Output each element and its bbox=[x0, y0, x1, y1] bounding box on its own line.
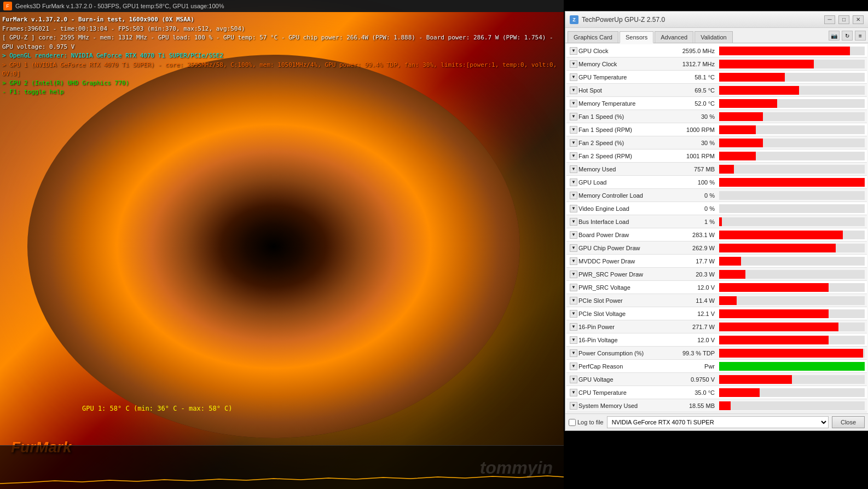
sensor-dropdown-btn[interactable]: ▼ bbox=[570, 113, 577, 120]
furmark-line7: - F1: toggle help bbox=[2, 88, 564, 97]
sensor-dropdown-btn[interactable]: ▼ bbox=[570, 179, 577, 186]
sensor-value: Pwr bbox=[670, 363, 717, 370]
furmark-line5: > GPU 1 (NVIDIA GeForce RTX 4070 Ti SUPE… bbox=[2, 61, 564, 79]
gpuz-tabs: Graphics Card Sensors Advanced Validatio… bbox=[565, 28, 868, 43]
sensor-dropdown-btn[interactable]: ▼ bbox=[570, 271, 577, 278]
sensor-row: ▼Memory Temperature52.0 °C bbox=[566, 97, 867, 110]
sensor-name: ▼GPU Temperature bbox=[566, 73, 670, 81]
gpuz-close-button[interactable]: Close bbox=[832, 416, 865, 428]
sensor-name: ▼16-Pin Power bbox=[566, 323, 670, 331]
gpuz-title-icon: Z bbox=[570, 15, 578, 24]
gpuz-log-checkbox[interactable] bbox=[569, 419, 576, 426]
gpuz-minimize-btn[interactable]: ─ bbox=[824, 15, 835, 24]
sensor-value: 2595.0 MHz bbox=[670, 48, 717, 54]
sensor-dropdown-btn[interactable]: ▼ bbox=[570, 323, 577, 331]
sensor-bar bbox=[719, 125, 756, 134]
sensor-name: ▼GPU Chip Power Draw bbox=[566, 244, 670, 252]
sensor-row: ▼Bus Interface Load1 % bbox=[566, 215, 867, 228]
camera-icon[interactable]: 📷 bbox=[829, 31, 840, 41]
sensor-bar bbox=[719, 73, 785, 82]
sensor-dropdown-btn[interactable]: ▼ bbox=[570, 376, 577, 383]
sensor-row: ▼PCIe Slot Voltage12.1 V bbox=[566, 307, 867, 320]
sensor-dropdown-btn[interactable]: ▼ bbox=[570, 126, 577, 134]
sensor-value: 1312.7 MHz bbox=[670, 61, 717, 67]
sensor-row: ▼GPU Load100 % bbox=[566, 176, 867, 189]
sensor-dropdown-btn[interactable]: ▼ bbox=[570, 349, 577, 357]
sensor-value: 12.1 V bbox=[670, 310, 717, 317]
sensor-name: ▼Fan 2 Speed (RPM) bbox=[566, 152, 670, 160]
sensor-dropdown-btn[interactable]: ▼ bbox=[570, 73, 577, 81]
sensor-bar bbox=[719, 296, 737, 305]
sensor-value: 11.4 W bbox=[670, 297, 717, 304]
sensor-bar-container bbox=[719, 349, 865, 358]
gpuz-log-checkbox-area[interactable]: Log to file bbox=[569, 419, 604, 426]
furmark-line1: FurMark v.1.37.2.0 - Burn-in test, 1600x… bbox=[2, 15, 564, 25]
sensor-dropdown-btn[interactable]: ▼ bbox=[570, 284, 577, 291]
sensor-value: 69.5 °C bbox=[670, 87, 717, 94]
sensor-dropdown-btn[interactable]: ▼ bbox=[570, 257, 577, 265]
sensor-dropdown-btn[interactable]: ▼ bbox=[570, 218, 577, 226]
gpuz-close-btn-title[interactable]: ✕ bbox=[853, 15, 864, 24]
sensor-dropdown-btn[interactable]: ▼ bbox=[570, 310, 577, 318]
sensor-row: ▼Memory Controller Load0 % bbox=[566, 189, 867, 202]
sensor-bar bbox=[719, 178, 865, 187]
sensor-dropdown-btn[interactable]: ▼ bbox=[570, 363, 577, 370]
sensor-dropdown-btn[interactable]: ▼ bbox=[570, 100, 577, 107]
sensor-value: 283.1 W bbox=[670, 232, 717, 238]
sensor-dropdown-btn[interactable]: ▼ bbox=[570, 60, 577, 68]
sensor-value: 271.7 W bbox=[670, 324, 717, 330]
sensor-dropdown-btn[interactable]: ▼ bbox=[570, 192, 577, 199]
furmark-line4: > OpenGL renderer: NVIDIA GeForce RTX 40… bbox=[2, 51, 564, 61]
sensor-bar bbox=[719, 283, 829, 292]
sensor-row: ▼Fan 2 Speed (%)30 % bbox=[566, 136, 867, 149]
sensor-bar-container bbox=[719, 178, 865, 187]
sensor-bar-container bbox=[719, 60, 865, 68]
menu-icon[interactable]: ≡ bbox=[855, 31, 866, 41]
sensor-bar-container bbox=[719, 257, 865, 266]
sensor-name: ▼Power Consumption (%) bbox=[566, 349, 670, 357]
sensor-dropdown-btn[interactable]: ▼ bbox=[570, 205, 577, 212]
sensor-bar bbox=[719, 86, 799, 95]
sensor-bar bbox=[719, 152, 756, 160]
tab-sensors[interactable]: Sensors bbox=[620, 31, 653, 43]
tab-validation[interactable]: Validation bbox=[695, 31, 733, 43]
sensor-dropdown-btn[interactable]: ▼ bbox=[570, 87, 577, 94]
sensor-value: 1000 RPM bbox=[670, 126, 717, 133]
sensor-bar-container bbox=[719, 375, 865, 384]
sensor-dropdown-btn[interactable]: ▼ bbox=[570, 336, 577, 344]
sensor-dropdown-btn[interactable]: ▼ bbox=[570, 402, 577, 410]
sensor-bar bbox=[719, 217, 722, 226]
gpuz-footer: Log to file NVIDIA GeForce RTX 4070 Ti S… bbox=[565, 413, 868, 430]
furmark-line6: > GPU 2 (Intel(R) UHD Graphics 770) bbox=[2, 79, 564, 88]
sensor-dropdown-btn[interactable]: ▼ bbox=[570, 231, 577, 239]
sensor-bar-container bbox=[719, 99, 865, 108]
sensor-dropdown-btn[interactable]: ▼ bbox=[570, 152, 577, 160]
sensor-bar bbox=[719, 401, 731, 410]
sensor-bar-container bbox=[719, 323, 865, 331]
sensor-dropdown-btn[interactable]: ▼ bbox=[570, 139, 577, 147]
sensor-dropdown-btn[interactable]: ▼ bbox=[570, 244, 577, 252]
sensor-row: ▼16-Pin Voltage12.0 V bbox=[566, 333, 867, 347]
gpuz-gpu-dropdown[interactable]: NVIDIA GeForce RTX 4070 Ti SUPER bbox=[607, 416, 829, 428]
sensor-row: ▼Power Consumption (%)99.3 % TDP bbox=[566, 347, 867, 360]
sensor-value: 0 % bbox=[670, 205, 717, 212]
sensor-row: ▼PCIe Slot Power11.4 W bbox=[566, 294, 867, 307]
refresh-icon[interactable]: ↻ bbox=[842, 31, 853, 41]
sensor-dropdown-btn[interactable]: ▼ bbox=[570, 389, 577, 396]
gpuz-maximize-btn[interactable]: □ bbox=[838, 15, 849, 24]
sensor-bar-container bbox=[719, 152, 865, 160]
sensor-row: ▼Board Power Draw283.1 W bbox=[566, 228, 867, 241]
sensor-value: 100 % bbox=[670, 179, 717, 186]
sensor-value: 20.3 W bbox=[670, 271, 717, 278]
sensor-dropdown-btn[interactable]: ▼ bbox=[570, 165, 577, 173]
sensor-dropdown-btn[interactable]: ▼ bbox=[570, 297, 577, 304]
tab-advanced[interactable]: Advanced bbox=[655, 31, 693, 43]
tab-graphics-card[interactable]: Graphics Card bbox=[568, 31, 618, 43]
sensor-bar-container bbox=[719, 362, 865, 371]
sensor-value: 0.9750 V bbox=[670, 376, 717, 383]
sensor-dropdown-btn[interactable]: ▼ bbox=[570, 47, 577, 55]
sensor-value: 0 % bbox=[670, 192, 717, 199]
sensor-row: ▼16-Pin Power271.7 W bbox=[566, 320, 867, 333]
sensor-value: 30 % bbox=[670, 113, 717, 120]
furmark-area: F Geeks3D FurMark v.1.37.2.0 - 503FPS, G… bbox=[0, 0, 564, 489]
